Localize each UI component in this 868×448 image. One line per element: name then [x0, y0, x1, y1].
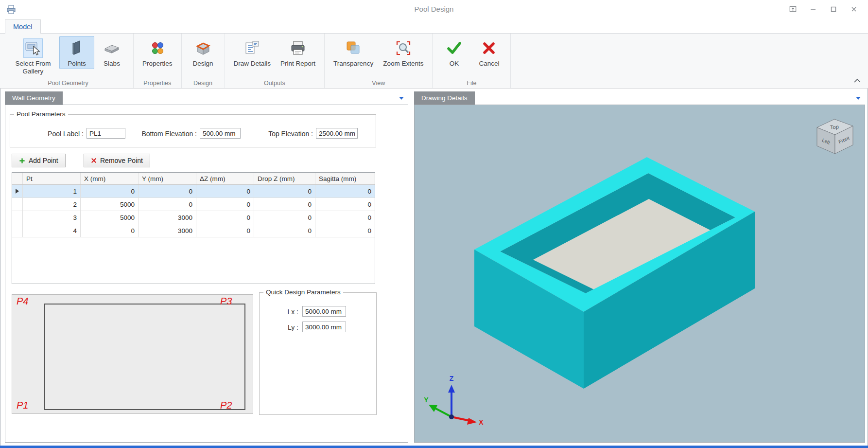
tab-wall-geometry[interactable]: Wall Geometry: [5, 91, 63, 105]
quick-design-groupbox: Quick Design Parameters Lx : Ly :: [259, 292, 377, 415]
cell-dropz[interactable]: 0: [254, 185, 315, 197]
column-header-y[interactable]: Y (mm): [139, 173, 196, 184]
bottom-elevation-field[interactable]: [200, 128, 241, 139]
cell-sagitta[interactable]: 0: [315, 211, 375, 224]
view-cube[interactable]: Top Left Front: [812, 115, 857, 158]
window-title: Pool Design: [0, 0, 868, 18]
3d-viewport[interactable]: Top Left Front Z Y X: [415, 105, 865, 442]
bottom-elevation-label: Bottom Elevation :: [132, 130, 197, 138]
draw-details-button[interactable]: Draw Details: [229, 36, 276, 69]
cell-sagitta[interactable]: 0: [315, 198, 375, 211]
column-header-pt[interactable]: Pt: [23, 173, 81, 184]
drawing-details-panel-body: Top Left Front Z Y X: [414, 105, 865, 443]
tab-model[interactable]: Model: [5, 19, 41, 34]
slabs-label: Slabs: [104, 60, 120, 68]
axis-triad: Z Y X: [421, 372, 486, 436]
ribbon-tab-row: Model: [0, 18, 868, 34]
cell-sagitta[interactable]: 0: [315, 185, 375, 197]
cancel-button[interactable]: Cancel: [471, 36, 506, 69]
corner-label-p4: P4: [17, 296, 28, 307]
table-row-1[interactable]: 1 0 0 0 0 0: [12, 185, 375, 198]
row-marker-cell: [12, 198, 23, 211]
lx-field[interactable]: [302, 306, 346, 317]
pool-parameters-legend: Pool Parameters: [14, 110, 68, 118]
cell-pt[interactable]: 3: [23, 211, 81, 224]
cell-dz[interactable]: 0: [196, 224, 254, 237]
row-marker-header-cell: [12, 173, 23, 184]
x-axis-label: X: [479, 418, 484, 426]
drawing-details-panel-header: Drawing Details: [414, 91, 865, 105]
cell-dropz[interactable]: 0: [254, 198, 315, 211]
ly-field[interactable]: [302, 322, 346, 332]
column-header-x[interactable]: X (mm): [81, 173, 139, 184]
cell-dropz[interactable]: 0: [254, 211, 315, 224]
cell-dz[interactable]: 0: [196, 198, 254, 211]
tab-drawing-details[interactable]: Drawing Details: [414, 91, 475, 105]
points-table: Pt X (mm) Y (mm) ΔZ (mm) Drop Z (mm) Sag…: [12, 172, 375, 284]
cell-y[interactable]: 0: [139, 198, 196, 211]
zoom-extents-label: Zoom Extents: [383, 60, 423, 68]
ribbon-display-options-button[interactable]: [782, 2, 803, 17]
cell-pt[interactable]: 2: [23, 198, 81, 211]
group-caption-outputs: Outputs: [225, 80, 325, 87]
cell-x[interactable]: 0: [81, 185, 139, 197]
close-button[interactable]: [844, 2, 864, 17]
points-icon: [68, 39, 86, 57]
top-elevation-label: Top Elevation :: [262, 130, 313, 138]
cell-y[interactable]: 3000: [139, 211, 196, 224]
column-header-sagitta[interactable]: Sagitta (mm): [315, 173, 375, 184]
slabs-icon: [103, 39, 121, 57]
print-report-button[interactable]: Print Report: [276, 36, 320, 69]
cell-dropz[interactable]: 0: [254, 224, 315, 237]
cell-x[interactable]: 0: [81, 224, 139, 237]
print-report-label: Print Report: [280, 60, 315, 68]
properties-button[interactable]: Properties: [138, 36, 177, 69]
wall-geometry-panel: Wall Geometry Pool Parameters Pool Label…: [5, 91, 408, 443]
maximize-button[interactable]: [823, 2, 844, 17]
ribbon-group-file: OK Cancel File: [433, 34, 511, 88]
table-row-4[interactable]: 4 0 3000 0 0 0: [12, 224, 375, 237]
top-elevation-field[interactable]: [316, 128, 358, 139]
corner-label-p3: P3: [220, 296, 232, 307]
design-button[interactable]: Design: [186, 36, 221, 69]
select-from-gallery-button[interactable]: Select From Gallery: [7, 36, 59, 77]
cell-dz[interactable]: 0: [196, 185, 254, 197]
cell-y[interactable]: 0: [139, 185, 196, 197]
cell-dz[interactable]: 0: [196, 211, 254, 224]
remove-point-label: Remove Point: [100, 157, 143, 164]
plan-preview: P4 P3 P1 P2: [12, 294, 253, 414]
cell-pt[interactable]: 4: [23, 224, 81, 237]
row-marker-cell: [12, 224, 23, 237]
collapse-ribbon-chevron-icon[interactable]: [853, 76, 861, 85]
current-row-marker-icon: [16, 189, 19, 194]
app-window: Pool Design Model: [0, 0, 868, 448]
wall-geometry-panel-header: Wall Geometry: [5, 91, 408, 105]
view-cube-top-label: Top: [830, 124, 839, 130]
points-label: Points: [68, 60, 86, 68]
minimize-button[interactable]: [803, 2, 823, 17]
cell-sagitta[interactable]: 0: [315, 224, 375, 237]
add-point-button[interactable]: Add Point: [12, 154, 66, 167]
slabs-button[interactable]: Slabs: [94, 36, 129, 69]
zoom-extents-icon: [394, 39, 413, 57]
zoom-extents-button[interactable]: Zoom Extents: [378, 36, 428, 69]
cell-x[interactable]: 5000: [81, 211, 139, 224]
corner-label-p2: P2: [220, 400, 232, 411]
properties-label: Properties: [142, 60, 173, 68]
cell-y[interactable]: 3000: [139, 224, 196, 237]
drawing-details-dropdown-icon[interactable]: [856, 97, 861, 100]
wall-geometry-dropdown-icon[interactable]: [399, 97, 404, 100]
ly-label: Ly :: [266, 323, 298, 331]
ok-button[interactable]: OK: [436, 36, 471, 69]
table-row-3[interactable]: 3 5000 3000 0 0 0: [12, 211, 375, 224]
column-header-dz[interactable]: ΔZ (mm): [196, 173, 254, 184]
cell-x[interactable]: 5000: [81, 198, 139, 211]
points-button[interactable]: Points: [59, 36, 94, 69]
cell-pt[interactable]: 1: [23, 185, 81, 197]
pool-label-field[interactable]: [87, 128, 125, 139]
column-header-dropz[interactable]: Drop Z (mm): [254, 173, 315, 184]
remove-point-button[interactable]: Remove Point: [84, 154, 150, 167]
table-header-row: Pt X (mm) Y (mm) ΔZ (mm) Drop Z (mm) Sag…: [12, 173, 375, 185]
table-row-2[interactable]: 2 5000 0 0 0 0: [12, 198, 375, 211]
transparency-button[interactable]: Transparency: [329, 36, 378, 69]
